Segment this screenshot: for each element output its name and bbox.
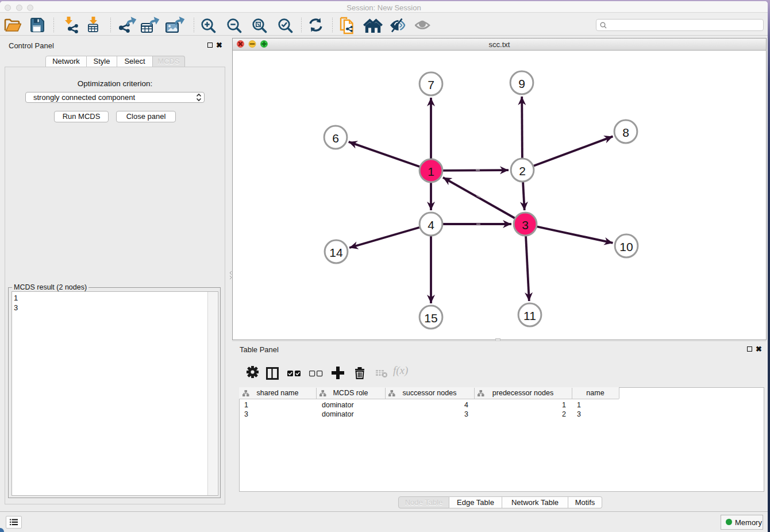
svg-text:3: 3 [522, 218, 529, 232]
svg-text:10: 10 [619, 240, 633, 253]
svg-text:14: 14 [329, 246, 343, 259]
svg-text:8: 8 [622, 126, 629, 139]
svg-text:4: 4 [428, 218, 434, 232]
svg-text:11: 11 [523, 309, 536, 322]
svg-text:6: 6 [332, 132, 339, 145]
svg-text:9: 9 [518, 77, 525, 90]
svg-text:15: 15 [424, 311, 437, 325]
svg-text:7: 7 [428, 78, 434, 91]
svg-text:2: 2 [519, 164, 526, 178]
svg-text:1: 1 [428, 165, 434, 178]
